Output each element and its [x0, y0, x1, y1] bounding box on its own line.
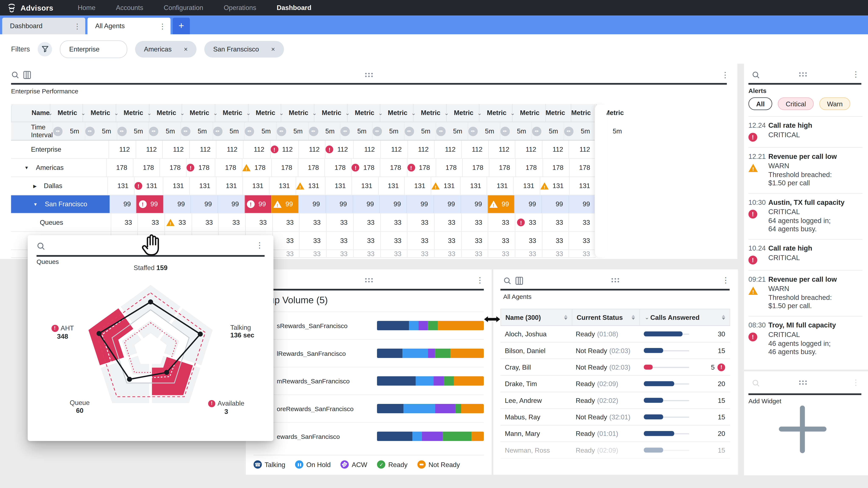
interval-stepper-icon[interactable]: ◂▸ — [245, 126, 254, 136]
sort-control[interactable] — [722, 315, 725, 320]
tab-dashboard[interactable]: Dashboard⋮ — [2, 18, 85, 34]
column-header-name-300-[interactable]: Name (300) — [501, 309, 572, 325]
column-header-current-status[interactable]: Current Status — [572, 309, 640, 325]
chip-close-icon[interactable]: × — [271, 45, 275, 53]
list-item-srewards-sanfrancisco[interactable]: sRewards_SanFrancisco — [253, 312, 484, 339]
column-header-metric[interactable]: ⌄Metric — [347, 104, 380, 122]
interval-stepper-icon[interactable]: ◂▸ — [309, 126, 318, 136]
tab-all-agents[interactable]: All Agents⋮ — [88, 18, 170, 34]
interval-stepper-icon[interactable]: ◂▸ — [85, 126, 94, 136]
list-item-ewards-sanfrancisco[interactable]: ewards_SanFrancisco — [253, 422, 484, 450]
table-row-bilson-daniel[interactable]: Bilson, DanielNot Ready(02:03)15 — [500, 343, 730, 359]
table-row-dallas[interactable]: ▶Dallas131!131131131131131131!1311311311… — [11, 177, 596, 195]
nav-item-home[interactable]: Home — [78, 0, 96, 15]
interval-stepper-icon[interactable]: ◂▸ — [181, 126, 190, 136]
interval-stepper-icon[interactable]: ◂▸ — [341, 126, 350, 136]
interval-stepper-icon[interactable]: ◂▸ — [500, 126, 510, 136]
table-row-drake-tim[interactable]: Drake, TimReady(02:09)20 — [500, 376, 730, 392]
column-header-metric[interactable]: ⌄Metric — [248, 104, 281, 122]
alert-item[interactable]: 12.21!Revenue per call lowWARNThreshold … — [748, 147, 863, 193]
table-row-enterprise[interactable]: Enterprise112112112112112112!112112!1121… — [11, 141, 596, 159]
kebab-menu-icon[interactable]: ⋮ — [721, 71, 729, 78]
add-tab-button[interactable]: + — [173, 18, 190, 34]
drag-handle-icon[interactable] — [799, 72, 807, 77]
table-row-lee-andrew[interactable]: Lee, AndrewReady(02:02)15 — [500, 392, 730, 409]
drag-handle-icon[interactable] — [365, 278, 373, 283]
search-icon[interactable] — [752, 71, 760, 79]
column-header-metric[interactable]: ⌄Metric — [215, 104, 248, 122]
column-header-metric[interactable]: ⌄Metric — [314, 104, 347, 122]
add-widget-plus-button[interactable] — [779, 405, 827, 453]
column-header-calls-answered[interactable]: ⌄Calls Answered — [640, 309, 730, 325]
table-row-san-francisco[interactable]: ▼San Francisco99!99999999!99!99999999999… — [11, 195, 596, 214]
table-row-cray-bill[interactable]: Cray, BillNot Ready(02:03)5! — [500, 359, 730, 376]
sort-control[interactable] — [564, 315, 567, 320]
interval-stepper-icon[interactable]: ◂▸ — [277, 126, 286, 136]
column-header-metric[interactable]: ⌄Metric — [281, 104, 314, 122]
column-header-metric[interactable]: Metric — [571, 104, 596, 122]
list-item-orerewards-sanfrancisco[interactable]: oreRewards_SanFrancisco — [253, 395, 484, 422]
drag-handle-icon[interactable] — [611, 278, 619, 283]
column-header-metric[interactable]: ⌄Metric — [446, 104, 479, 122]
interval-stepper-icon[interactable]: ◂▸ — [437, 126, 446, 136]
alert-item[interactable]: 12.24!Call rate highCRITICAL — [748, 116, 863, 147]
collapse-arrow-icon[interactable]: ▼ — [33, 202, 38, 207]
column-header-metric[interactable]: ⌄Metric — [182, 104, 215, 122]
kebab-menu-icon[interactable]: ⋮ — [159, 22, 166, 30]
interval-stepper-icon[interactable]: ◂▸ — [53, 126, 63, 136]
column-header-metric[interactable]: ⌄Metric — [83, 104, 116, 122]
alert-item[interactable]: 10.24!Call rate highCRITICAL — [748, 239, 863, 270]
nav-item-dashboard[interactable]: Dashboard — [277, 0, 311, 15]
drag-handle-icon[interactable] — [365, 72, 373, 77]
brand[interactable]: Advisors — [6, 3, 53, 13]
list-item-mrewards-sanfrancisco[interactable]: mRewards_SanFrancisco — [253, 367, 484, 395]
kebab-menu-icon[interactable]: ⋮ — [722, 276, 730, 284]
alert-item[interactable]: 09:21!Revenue per call lowWARNThreshold … — [748, 270, 863, 316]
search-icon[interactable] — [11, 71, 19, 79]
interval-stepper-icon[interactable]: ◂▸ — [149, 126, 158, 136]
column-header-metric[interactable]: ⌄Metric — [149, 104, 182, 122]
interval-stepper-icon[interactable]: ◂▸ — [468, 126, 478, 136]
column-header-metric[interactable]: Metric — [545, 104, 571, 122]
chip-close-icon[interactable]: × — [184, 45, 188, 53]
kebab-menu-icon[interactable]: ⋮ — [852, 70, 860, 78]
interval-stepper-icon[interactable]: ◂▸ — [405, 126, 414, 136]
column-header-metric[interactable]: ⌄Metric — [116, 104, 149, 122]
table-row-newman-ross[interactable]: Newman, RossReady(02:09)15 — [500, 442, 730, 459]
column-header-metric[interactable]: ⌄Metric — [479, 104, 512, 122]
kebab-menu-icon[interactable]: ⋮ — [256, 241, 264, 249]
nav-item-configuration[interactable]: Configuration — [164, 0, 203, 15]
search-icon[interactable] — [36, 242, 45, 251]
drag-handle-icon[interactable] — [799, 380, 807, 385]
table-row-mabus-ray[interactable]: Mabus, RayNot Ready(32:01)15 — [500, 409, 730, 425]
column-header-metric[interactable]: ⌄Metric — [380, 104, 413, 122]
interval-stepper-icon[interactable]: ◂▸ — [213, 126, 222, 136]
columns-icon[interactable] — [516, 276, 523, 285]
column-header-metric[interactable]: ⌄Metric — [512, 104, 545, 122]
search-icon[interactable] — [503, 276, 512, 285]
vertical-scrollbar[interactable] — [595, 105, 607, 257]
kebab-menu-icon[interactable]: ⋮ — [852, 379, 860, 386]
expand-arrow-icon[interactable]: ▶ — [33, 184, 37, 189]
alert-item[interactable]: 10:30!Austin, TX full capacityCRITICAL64… — [748, 193, 863, 239]
table-row-mann-mary[interactable]: Mann, MaryReady(01:01)20 — [500, 425, 730, 442]
list-item-lrewards-sanfrancisco[interactable]: lRewards_SanFrancisco — [253, 339, 484, 367]
alert-item[interactable]: 08:30!Troy, MI full capacityCRITICAL46 a… — [748, 316, 863, 362]
table-row-queues[interactable]: Queues3333!33333333333333333333333333!33… — [11, 214, 596, 232]
alert-filter-all[interactable]: All — [748, 97, 772, 110]
kebab-menu-icon[interactable]: ⋮ — [73, 22, 81, 30]
sort-control[interactable] — [632, 315, 635, 320]
column-header-name[interactable]: Name — [11, 104, 50, 122]
interval-stepper-icon[interactable]: ◂▸ — [373, 126, 382, 136]
table-row-aloch-joshua[interactable]: Aloch, JoshuaReady(01:08)30 — [500, 326, 730, 343]
nav-item-accounts[interactable]: Accounts — [116, 0, 143, 15]
column-header-metric[interactable]: ⌄Metric — [50, 104, 83, 122]
table-row-americas[interactable]: ▼Americas178178178!178178!178178178178!1… — [11, 159, 596, 177]
nav-item-operations[interactable]: Operations — [224, 0, 256, 15]
collapse-arrow-icon[interactable]: ▼ — [24, 165, 29, 170]
interval-stepper-icon[interactable]: ◂▸ — [117, 126, 126, 136]
search-icon[interactable] — [752, 379, 760, 387]
columns-icon[interactable] — [23, 71, 31, 79]
alert-filter-warn[interactable]: Warn — [819, 97, 850, 110]
filter-chip-americas[interactable]: Americas× — [135, 41, 196, 57]
